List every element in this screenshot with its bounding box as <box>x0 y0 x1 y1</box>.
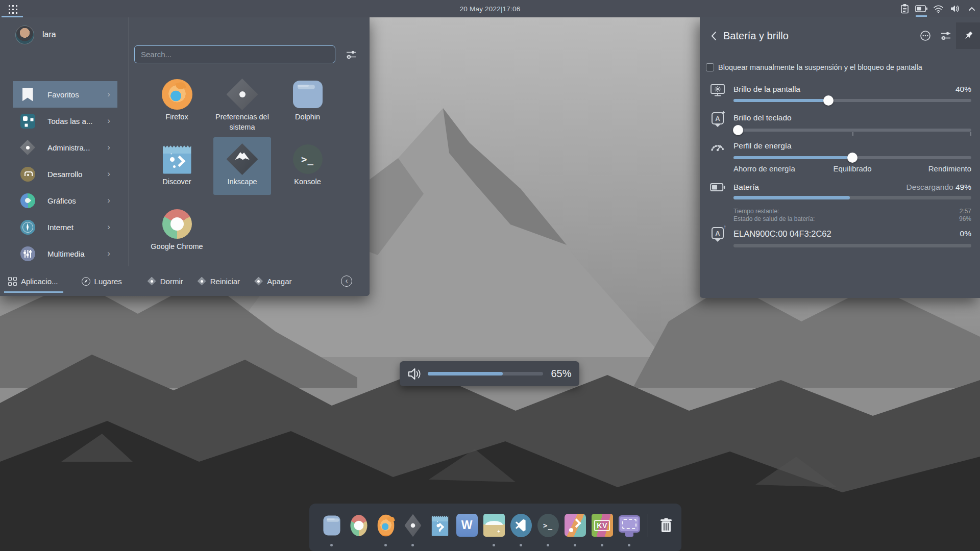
slider-handle[interactable] <box>733 125 743 135</box>
launcher-divider <box>128 17 129 296</box>
dock-item-code[interactable] <box>507 508 534 543</box>
image-viewer-icon <box>482 514 506 537</box>
power-profile-slider[interactable] <box>733 153 971 163</box>
app-tile-dolphin[interactable]: Dolphin <box>279 72 336 130</box>
chevron-up-icon[interactable] <box>966 0 978 17</box>
battery-label: Batería <box>733 183 759 192</box>
battery-status: Descargando <box>906 183 953 191</box>
sidebar-item-todas-las-aplicaciones[interactable]: Todas las a...› <box>13 108 117 134</box>
chevron-right-icon: › <box>107 169 110 179</box>
kdenlive-icon: KV <box>591 514 614 537</box>
volume-tray-icon[interactable] <box>949 0 961 17</box>
avatar[interactable] <box>15 26 34 44</box>
option-ahorro[interactable]: Ahorro de energía <box>733 164 813 173</box>
peripheral-label: ELAN900C:00 04F3:2C62 <box>733 229 831 239</box>
clock[interactable]: 20 May 2022|17:06 <box>0 0 980 17</box>
dolphin-icon <box>291 78 324 111</box>
development-icon <box>20 166 35 182</box>
leave-session-icon[interactable]: ‹ <box>341 276 352 287</box>
tab-aplicaciones[interactable]: Aplicacio... <box>8 266 58 296</box>
battery-tray-icon[interactable] <box>915 0 927 17</box>
running-indicator <box>411 544 414 546</box>
power-profile-label: Perfil de energía <box>733 141 792 151</box>
sidebar-item-favoritos[interactable]: Favoritos› <box>13 81 117 108</box>
application-launcher: lara Favoritos› Todas las a...› Administ… <box>0 17 370 296</box>
running-indicator <box>493 544 495 546</box>
shutdown-button[interactable]: Apagar <box>254 266 291 296</box>
sidebar-item-internet[interactable]: Internet› <box>13 214 117 240</box>
dock-item-konsole[interactable]: >_ <box>534 508 561 543</box>
detail-value: 2:57 <box>960 208 971 215</box>
lock-suspend-checkbox[interactable] <box>706 63 714 71</box>
dock-item-system-settings[interactable] <box>399 508 426 543</box>
sidebar-item-graficos[interactable]: Gráficos› <box>13 187 117 214</box>
graphics-icon <box>20 193 35 208</box>
firefox-icon <box>377 517 394 534</box>
sidebar-item-administracion[interactable]: Administra...› <box>13 134 117 161</box>
sleep-button[interactable]: Dormir <box>148 266 183 296</box>
sidebar-item-desarrollo[interactable]: Desarrollo› <box>13 161 117 187</box>
user-row[interactable]: lara <box>0 17 128 52</box>
app-tile-inkscape[interactable]: Inkscape <box>213 137 271 195</box>
battery-icon <box>710 180 725 195</box>
slider-handle[interactable] <box>823 95 834 106</box>
speaker-icon <box>407 367 423 381</box>
slider-handle[interactable] <box>847 153 857 163</box>
applications-icon <box>8 277 17 286</box>
dock-item-google-chrome[interactable] <box>345 508 372 543</box>
launcher-footer: Aplicacio... Lugares Dormir Reiniciar Ap… <box>0 266 370 296</box>
dock-item-firefox[interactable] <box>372 508 399 543</box>
dock-item-dolphin[interactable] <box>318 508 345 543</box>
system-settings-icon <box>226 78 259 111</box>
app-tile-discover[interactable]: Discover <box>148 137 206 195</box>
active-tab-indicator <box>4 291 63 293</box>
dock-item-discover[interactable] <box>426 508 453 543</box>
back-button[interactable] <box>707 29 720 42</box>
running-indicator <box>628 544 630 546</box>
configure-icon[interactable] <box>936 22 956 49</box>
screen-brightness-slider[interactable] <box>733 95 971 106</box>
option-rendimiento[interactable]: Rendimiento <box>892 164 971 173</box>
trash-icon[interactable] <box>654 511 678 540</box>
battery-tray-active-indicator <box>916 15 927 17</box>
dock-item-spectacle[interactable] <box>616 508 643 543</box>
favorites-app-grid: Firefox Preferencias del sistema Dolphin… <box>148 72 336 260</box>
option-equilibrado[interactable]: Equilibrado <box>813 164 892 173</box>
search-input[interactable] <box>134 45 335 63</box>
app-tile-konsole[interactable]: >_ Konsole <box>279 137 336 195</box>
writer-icon: W <box>455 514 479 537</box>
keyboard-brightness-slider[interactable] <box>733 125 971 135</box>
running-indicator <box>330 544 333 546</box>
dock-item-photo-viewer[interactable] <box>561 508 589 543</box>
google-chrome-icon <box>161 208 193 240</box>
system-settings-icon <box>404 517 421 534</box>
battery-detail-row: Tiempo restante: 2:57 <box>733 208 971 215</box>
discover-icon <box>431 517 448 534</box>
screenshot-tool-icon <box>618 514 641 537</box>
places-icon <box>82 277 90 286</box>
panel-header: Batería y brillo <box>707 24 980 47</box>
clipboard-icon[interactable] <box>898 0 911 17</box>
sidebar-item-multimedia[interactable]: Multimedia› <box>13 240 117 267</box>
detail-value: 96% <box>959 215 971 222</box>
dock-item-kdenlive[interactable]: KV <box>589 508 616 543</box>
wifi-icon[interactable] <box>932 0 944 17</box>
app-tile-google-chrome[interactable]: Google Chrome <box>148 202 206 260</box>
firefox-icon <box>161 78 193 111</box>
pin-icon[interactable] <box>956 22 980 49</box>
app-tile-firefox[interactable]: Firefox <box>148 72 206 130</box>
battery-percent: 49% <box>955 183 971 191</box>
chevron-right-icon: › <box>107 89 110 99</box>
app-tile-preferencias-del-sistema[interactable]: Preferencias del sistema <box>213 72 271 130</box>
restart-button[interactable]: Reiniciar <box>198 266 240 296</box>
peripheral-value: 0% <box>960 229 971 238</box>
dock-item-writer[interactable]: W <box>453 508 480 543</box>
configure-launcher-icon[interactable] <box>345 49 357 60</box>
tab-lugares[interactable]: Lugares <box>82 266 122 296</box>
inkscape-icon <box>226 143 259 176</box>
status-more-icon[interactable] <box>915 22 936 49</box>
google-chrome-icon <box>350 517 367 534</box>
running-indicator <box>601 544 603 546</box>
peripheral-icon: A <box>710 226 725 241</box>
dock-item-gwenview[interactable] <box>480 508 507 543</box>
